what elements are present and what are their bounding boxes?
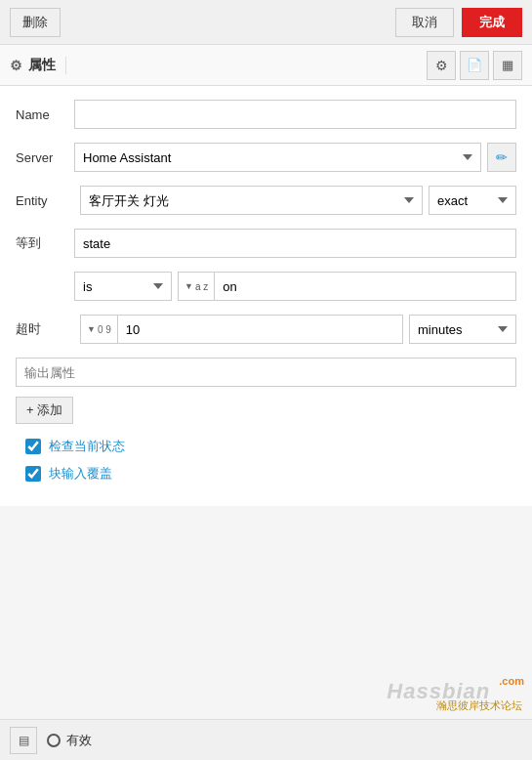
status-circle (47, 734, 61, 747)
grid-icon: ▦ (502, 58, 513, 72)
equal-row: 等到 (16, 229, 516, 258)
value-type-icon[interactable]: ▼ a z (179, 273, 215, 300)
bottom-menu-icon: ▤ (19, 734, 29, 747)
output-row (16, 358, 516, 387)
value-wrap: ▼ a z (178, 272, 516, 301)
equal-label: 等到 (16, 234, 74, 252)
check-current-checkbox[interactable] (25, 439, 41, 454)
timeout-num-wrap: ▼ 0 9 (80, 315, 403, 344)
exact-select[interactable]: exact (429, 186, 516, 215)
name-row: Name (16, 100, 516, 129)
block-override-row: 块输入覆盖 (25, 465, 516, 483)
name-field (74, 100, 516, 129)
toolbar-right: 取消 完成 (395, 8, 522, 37)
done-button[interactable]: 完成 (462, 8, 522, 37)
watermark-com: .com (499, 675, 524, 687)
watermark-wrap: Hassbian .com (387, 679, 522, 704)
tab-grid-button[interactable]: ▦ (493, 51, 522, 80)
block-override-label[interactable]: 块输入覆盖 (49, 465, 112, 483)
check-current-label[interactable]: 检查当前状态 (49, 438, 125, 455)
status-wrap: 有效 (47, 732, 92, 749)
is-select[interactable]: is (74, 272, 172, 301)
name-input[interactable] (74, 100, 516, 129)
watermark-hass: Hass (387, 679, 442, 703)
timeout-num-label: 0 9 (98, 324, 111, 335)
name-label: Name (16, 107, 74, 122)
check-current-row: 检查当前状态 (25, 438, 516, 455)
tab-title: ⚙ 属性 (10, 57, 66, 74)
timeout-label: 超时 (16, 320, 74, 338)
block-override-checkbox[interactable] (25, 466, 41, 482)
delete-button[interactable]: 删除 (10, 8, 61, 37)
entity-select[interactable]: 客厅开关 灯光 (80, 186, 423, 215)
server-edit-button[interactable]: ✏ (487, 143, 516, 172)
output-input[interactable] (16, 358, 516, 387)
tab-settings-button[interactable]: ⚙ (427, 51, 456, 80)
status-label: 有效 (66, 732, 92, 749)
add-button[interactable]: + 添加 (16, 397, 73, 424)
timeout-row: 超时 ▼ 0 9 minutes (16, 315, 516, 344)
watermark-bian: bian (442, 679, 490, 703)
settings-icon: ⚙ (435, 58, 448, 73)
server-label: Server (16, 150, 74, 165)
value-input[interactable] (215, 273, 515, 300)
minutes-select[interactable]: minutes (409, 315, 516, 344)
value-az-label: a z (195, 281, 208, 292)
equal-input[interactable] (74, 229, 516, 258)
bottom-bar: ▤ 有效 (0, 719, 532, 760)
tab-title-label: 属性 (28, 57, 56, 74)
tab-icons: ⚙ 📄 ▦ (427, 51, 522, 80)
tab-doc-button[interactable]: 📄 (460, 51, 489, 80)
timeout-input[interactable] (118, 316, 402, 343)
condition-row: is ▼ a z (74, 272, 516, 301)
bottom-icon-button[interactable]: ▤ (10, 727, 37, 754)
value-arrow-icon: ▼ (184, 281, 193, 291)
toolbar: 删除 取消 完成 (0, 0, 532, 45)
doc-icon: 📄 (467, 58, 482, 72)
watermark-main: Hassbian (387, 679, 497, 703)
entity-row: Entity 客厅开关 灯光 exact (16, 186, 516, 215)
entity-label: Entity (16, 193, 74, 208)
tab-gear-icon: ⚙ (10, 58, 22, 73)
tab-bar: ⚙ 属性 ⚙ 📄 ▦ (0, 45, 532, 86)
timeout-arrow-icon: ▼ (87, 324, 96, 334)
server-select[interactable]: Home Assistant (74, 143, 481, 172)
watermark: Hassbian .com 瀚思彼岸技术论坛 (387, 679, 522, 713)
timeout-type-icon[interactable]: ▼ 0 9 (81, 316, 118, 343)
edit-icon: ✏ (496, 149, 508, 165)
cancel-button[interactable]: 取消 (395, 8, 454, 37)
server-select-wrap: Home Assistant ✏ (74, 143, 516, 172)
server-row: Server Home Assistant ✏ (16, 143, 516, 172)
equal-field (74, 229, 516, 258)
main-content: Name Server Home Assistant ✏ Entity 客厅开关… (0, 86, 532, 506)
